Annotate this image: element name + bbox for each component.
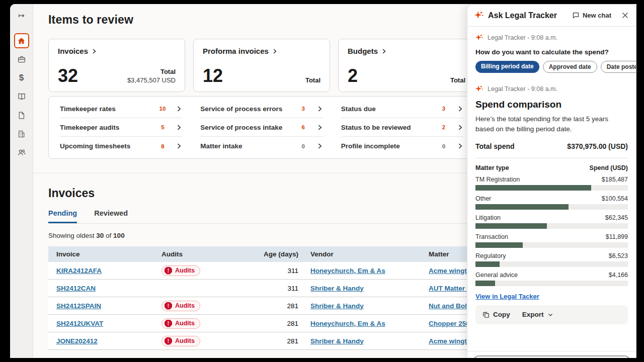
chart-bar-row: Regulatory$6,523 xyxy=(475,252,628,267)
sidebar-item-library[interactable] xyxy=(14,89,29,104)
bar-fill xyxy=(475,281,495,286)
divider xyxy=(475,158,628,158)
ask-legal-tracker-panel: Ask Legal Tracker New chat Legal Tracker… xyxy=(467,4,636,358)
card-budgets[interactable]: Budgets 2 Total xyxy=(338,39,475,92)
bar-track xyxy=(475,185,628,191)
matter-link[interactable]: Acme wingtip xyxy=(429,337,473,345)
alert-octagon-icon: ! xyxy=(165,320,172,327)
export-button[interactable]: Export xyxy=(522,311,553,318)
count-badge: 10 xyxy=(156,104,169,114)
chevron-right-icon xyxy=(176,106,182,112)
chat-message-input[interactable] xyxy=(473,355,630,358)
chart-bar-row: TM Registration$185,487 xyxy=(475,176,628,191)
chevron-right-icon xyxy=(316,124,323,131)
divider xyxy=(467,351,636,351)
bar-fill xyxy=(475,204,569,210)
count-badge: 3 xyxy=(297,104,309,114)
count-badge: 6 xyxy=(297,123,309,132)
sidebar-item-home[interactable] xyxy=(14,33,29,48)
chart-bar-row: Transaction$11,899 xyxy=(475,233,628,248)
tab-pending[interactable]: Pending xyxy=(48,209,77,223)
bar-category: Regulatory xyxy=(475,252,506,259)
copy-button[interactable]: Copy xyxy=(482,311,510,318)
age-value: 281 xyxy=(257,302,302,310)
col-invoice: Invoice xyxy=(48,250,162,258)
close-icon[interactable] xyxy=(621,12,629,19)
audits-badge[interactable]: !Audits xyxy=(162,336,200,346)
card-proforma-invoices[interactable]: Proforma invoices 12 Total xyxy=(193,39,330,92)
chart-bar-row: Litigation$62,345 xyxy=(475,214,628,229)
chevron-right-icon xyxy=(316,106,323,112)
bar-value: $4,166 xyxy=(609,272,628,279)
page-title: Items to review xyxy=(48,13,516,27)
bar-category: Transaction xyxy=(475,233,508,240)
chevron-down-icon xyxy=(547,312,553,318)
screenshot-frame: ↦ $ xyxy=(0,0,644,362)
review-item-upcoming-timesheets[interactable]: Upcoming timesheets 8 xyxy=(60,137,182,155)
vendor-link[interactable]: Honeychurch, Em & As xyxy=(310,320,385,327)
total-spend-value: $370,975.00 (USD) xyxy=(567,142,628,150)
invoice-link[interactable]: KIRA2412AFA xyxy=(56,267,102,275)
vendor-link[interactable]: Shriber & Handy xyxy=(310,285,364,292)
sidebar-item-people[interactable] xyxy=(14,145,29,160)
card-budgets-label: Budgets xyxy=(348,47,378,55)
invoice-link[interactable]: JONE202412 xyxy=(56,337,98,345)
total-spend-row: Total spend $370,975.00 (USD) xyxy=(475,142,628,150)
invoice-link[interactable]: SH2412CAN xyxy=(56,285,96,292)
review-item-timekeeper-rates[interactable]: Timekeeper rates 10 xyxy=(60,100,182,118)
sidebar-item-documents[interactable] xyxy=(14,108,29,123)
ai-sparkle-icon xyxy=(474,11,484,20)
chip-approved-date[interactable]: Approved date xyxy=(543,61,597,73)
dollar-icon: $ xyxy=(19,73,24,83)
card-invoices-total-value: $3,475,507 USD xyxy=(127,76,176,85)
invoices-table: Invoice Audits Age (days) Vendor Matter … xyxy=(48,246,519,350)
chevron-right-icon xyxy=(316,143,323,149)
people-icon xyxy=(17,148,26,157)
bar-value: $11,899 xyxy=(606,233,628,240)
review-item-sop-errors[interactable]: Service of process errors 3 xyxy=(200,100,323,118)
invoice-link[interactable]: SH2412UKVAT xyxy=(56,320,103,327)
col-vendor: Vendor xyxy=(302,250,421,258)
count-badge: 3 xyxy=(438,104,450,114)
chip-billing-period-date[interactable]: Billing period date xyxy=(475,61,539,73)
card-invoices[interactable]: Invoices 32 Total $3,475,507 USD xyxy=(48,39,185,92)
card-proforma-count: 12 xyxy=(203,67,223,85)
total-spend-label: Total spend xyxy=(475,142,515,150)
chevron-right-icon xyxy=(176,124,182,131)
tab-reviewed[interactable]: Reviewed xyxy=(94,209,128,223)
chevron-right-icon xyxy=(457,124,463,131)
audits-badge[interactable]: !Audits xyxy=(162,301,200,311)
vendor-link[interactable]: Shriber & Handy xyxy=(310,302,364,310)
vendor-link[interactable]: Shriber & Handy xyxy=(310,337,364,345)
invoice-link[interactable]: SH2412SPAIN xyxy=(56,302,101,310)
bar-fill xyxy=(475,185,591,191)
view-in-legal-tracker-link[interactable]: View in Legal Tacker xyxy=(475,293,539,300)
card-invoices-count: 32 xyxy=(58,67,78,85)
sidebar-item-matters[interactable] xyxy=(14,52,29,67)
review-item-matter-intake[interactable]: Matter intake 0 xyxy=(200,137,323,155)
age-value: 281 xyxy=(257,337,302,345)
review-item-profile-incomplete[interactable]: Profile incomplete 0 xyxy=(341,137,463,155)
sidebar-collapse-icon[interactable]: ↦ xyxy=(18,11,25,20)
review-column-2: Service of process errors 3 Service of p… xyxy=(200,100,323,155)
age-value: 281 xyxy=(257,320,302,327)
sidebar-item-organizations[interactable] xyxy=(14,126,29,141)
audits-badge[interactable]: !Audits xyxy=(162,318,200,329)
chip-date-posted[interactable]: Date posted xyxy=(601,61,636,73)
review-item-sop-intake[interactable]: Service of process intake 6 xyxy=(200,118,323,137)
invoices-table-header: Invoice Audits Age (days) Vendor Matter xyxy=(48,246,519,262)
matter-link[interactable]: Acme wingtip xyxy=(429,267,473,275)
bar-track xyxy=(475,204,628,210)
audits-badge[interactable]: !Audits xyxy=(162,265,200,276)
card-invoices-label: Invoices xyxy=(58,47,88,55)
card-invoices-total-label: Total xyxy=(127,67,176,76)
new-chat-button[interactable]: New chat xyxy=(572,12,611,19)
sidebar-item-spend[interactable]: $ xyxy=(14,70,29,85)
review-item-timekeeper-audits[interactable]: Timekeeper audits 5 xyxy=(60,118,182,137)
chat-question: How do you want to calculate the spend? xyxy=(475,48,628,56)
review-item-status-reviewed[interactable]: Status to be reviewed 2 xyxy=(341,118,463,137)
review-item-status-due[interactable]: Status due 3 xyxy=(341,100,463,118)
message-sender-time: Legal Tracker - 9:08 a.m. xyxy=(488,85,557,93)
chevron-right-icon xyxy=(381,48,387,54)
vendor-link[interactable]: Honeychurch, Em & As xyxy=(310,267,385,275)
